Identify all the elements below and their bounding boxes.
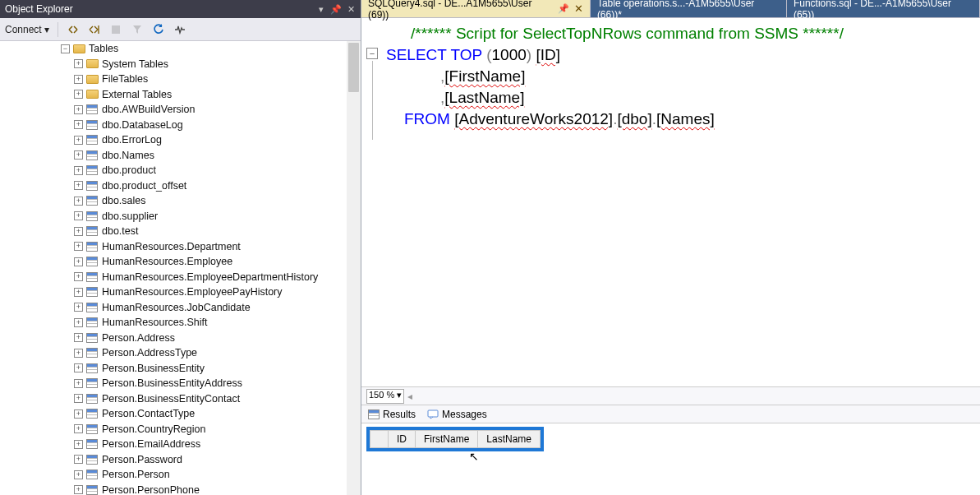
col-header-lastname[interactable]: LastName: [478, 431, 541, 448]
expand-icon[interactable]: +: [74, 136, 83, 145]
tree-table[interactable]: +HumanResources.Department: [0, 239, 345, 255]
tree-table[interactable]: +Person.Address: [0, 331, 345, 346]
tree-table[interactable]: +Person.CountryRegion: [0, 422, 345, 437]
expand-icon[interactable]: +: [74, 349, 83, 358]
col-header-firstname[interactable]: FirstName: [416, 431, 478, 448]
nav-left-icon[interactable]: ◂: [407, 391, 412, 402]
tree-table[interactable]: +dbo.Names: [0, 148, 345, 164]
document-tab[interactable]: Table operations.s...-A1M5655\User (66))…: [591, 0, 787, 17]
tree-table[interactable]: +dbo.DatabaseLog: [0, 118, 345, 133]
tree-folder[interactable]: +External Tables: [0, 87, 345, 103]
tree-table[interactable]: +HumanResources.EmployeeDepartmentHistor…: [0, 270, 345, 285]
tree-table[interactable]: +Person.EmailAddress: [0, 437, 345, 452]
tree-table[interactable]: +HumanResources.JobCandidate: [0, 300, 345, 316]
tree-table[interactable]: +HumanResources.Shift: [0, 315, 345, 331]
expand-icon[interactable]: +: [74, 211, 83, 220]
table-icon: [85, 454, 99, 465]
tree-table[interactable]: +Person.Password: [0, 452, 345, 468]
object-explorer-panel: Object Explorer ▾ 📌 ✕ Connect ▾: [0, 0, 361, 495]
scrollbar-thumb[interactable]: [348, 43, 359, 92]
expand-icon[interactable]: +: [74, 303, 83, 312]
tree-folder-tables[interactable]: −Tables: [0, 41, 345, 57]
tree-table[interactable]: +Person.BusinessEntityAddress: [0, 376, 345, 391]
expand-icon[interactable]: +: [74, 120, 83, 129]
expand-icon[interactable]: +: [74, 166, 83, 175]
filter-icon[interactable]: [131, 23, 144, 36]
tree-table[interactable]: +Person.BusinessEntity: [0, 361, 345, 377]
tree-table[interactable]: +Person.ContactType: [0, 406, 345, 422]
tree-table[interactable]: +HumanResources.EmployeePayHistory: [0, 285, 345, 300]
table-icon: [85, 332, 99, 344]
expand-icon[interactable]: +: [74, 440, 83, 449]
zoom-select[interactable]: 150 % ▾: [366, 389, 404, 404]
expand-icon[interactable]: +: [74, 455, 83, 464]
expand-icon[interactable]: +: [74, 257, 83, 266]
expand-icon[interactable]: +: [74, 409, 83, 419]
expand-icon[interactable]: +: [74, 363, 83, 372]
tree-table[interactable]: +dbo.test: [0, 224, 345, 239]
expand-icon[interactable]: +: [74, 394, 83, 403]
activity-icon[interactable]: [173, 23, 186, 36]
expand-icon[interactable]: +: [74, 227, 83, 236]
tab-label: Table operations.s...-A1M5655\User (66))…: [597, 0, 780, 21]
expand-icon[interactable]: +: [74, 333, 83, 342]
expand-icon[interactable]: +: [74, 150, 83, 160]
disconnect-all-icon[interactable]: [88, 23, 101, 36]
table-icon: [85, 164, 99, 176]
tree-table[interactable]: +Person.AddressType: [0, 345, 345, 361]
expand-icon[interactable]: +: [74, 470, 83, 479]
tree-table[interactable]: +Person.PersonPhone: [0, 483, 345, 496]
results-tab[interactable]: Results: [368, 409, 416, 420]
tree-table[interactable]: +dbo.sales: [0, 193, 345, 209]
document-tab[interactable]: Functions.sql - DE...-A1M5655\User (65)): [787, 0, 980, 17]
col-header-id[interactable]: ID: [389, 431, 416, 448]
result-grid[interactable]: ID FirstName LastName: [366, 427, 544, 451]
expand-icon[interactable]: +: [74, 59, 83, 68]
close-tab-icon[interactable]: ✕: [574, 2, 583, 15]
pin-icon[interactable]: 📌: [331, 4, 341, 14]
fold-toggle-icon[interactable]: −: [366, 48, 378, 59]
tree-table[interactable]: +Person.BusinessEntityContact: [0, 391, 345, 407]
tree-folder[interactable]: +System Tables: [0, 57, 345, 72]
tree-folder[interactable]: +FileTables: [0, 72, 345, 87]
folder-icon: [85, 73, 99, 85]
vertical-scrollbar[interactable]: [347, 41, 361, 495]
collapse-icon[interactable]: −: [61, 44, 70, 53]
dropdown-icon[interactable]: ▾: [316, 4, 326, 14]
row-header-corner[interactable]: [370, 431, 389, 448]
tree-table[interactable]: +dbo.product: [0, 163, 345, 178]
tree-table[interactable]: +dbo.supplier: [0, 209, 345, 224]
expand-icon[interactable]: +: [74, 485, 83, 494]
expand-icon[interactable]: +: [74, 90, 83, 99]
tree-table[interactable]: +dbo.AWBuildVersion: [0, 102, 345, 118]
expand-icon[interactable]: +: [74, 181, 83, 190]
close-icon[interactable]: ✕: [346, 4, 356, 14]
sql-editor[interactable]: − /****** Script for SelectTopNRows comm…: [361, 18, 980, 386]
stop-icon[interactable]: [109, 23, 122, 36]
table-icon: [85, 256, 99, 267]
tree-table[interactable]: +dbo.ErrorLog: [0, 132, 345, 148]
expand-icon[interactable]: +: [74, 105, 83, 114]
table-icon: [85, 302, 99, 313]
expand-icon[interactable]: +: [74, 379, 83, 388]
expand-icon[interactable]: +: [74, 424, 83, 433]
disconnect-icon[interactable]: [67, 23, 80, 36]
messages-tab[interactable]: Messages: [427, 409, 487, 420]
messages-tab-label: Messages: [442, 409, 487, 420]
tree[interactable]: −Tables+System Tables+FileTables+Externa…: [0, 41, 345, 495]
document-tab[interactable]: SQLQuery4.sql - DE...A1M5655\User (69))📌…: [361, 0, 591, 17]
refresh-icon[interactable]: [152, 23, 165, 36]
expand-icon[interactable]: +: [74, 288, 83, 297]
expand-icon[interactable]: +: [74, 242, 83, 251]
tree-node-label: Person.Password: [102, 454, 182, 465]
expand-icon[interactable]: +: [74, 197, 83, 206]
tree-table[interactable]: +dbo.product_offset: [0, 178, 345, 194]
expand-icon[interactable]: +: [74, 272, 83, 281]
connect-button[interactable]: Connect ▾: [5, 24, 49, 35]
tree-table[interactable]: +Person.Person: [0, 467, 345, 483]
tree-table[interactable]: +HumanResources.Employee: [0, 254, 345, 270]
expand-icon[interactable]: +: [74, 318, 83, 327]
pin-icon[interactable]: 📌: [558, 3, 569, 14]
tree-node-label: Person.BusinessEntityContact: [102, 393, 240, 405]
expand-icon[interactable]: +: [74, 75, 83, 84]
